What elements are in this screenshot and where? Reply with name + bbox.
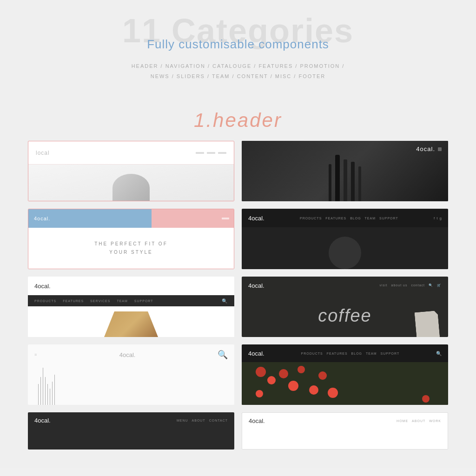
social-icon-3: g bbox=[440, 216, 442, 220]
produce-7 bbox=[318, 371, 327, 380]
card-5-wood-shape bbox=[103, 311, 159, 337]
card-10-nav1: HOME bbox=[397, 419, 408, 423]
produce-1 bbox=[256, 367, 266, 377]
nav5-services: SERVICES bbox=[90, 299, 110, 303]
nav6-cart: 🛒 bbox=[437, 284, 442, 287]
produce-field bbox=[242, 362, 448, 405]
card-7-search-icon[interactable]: 🔍 bbox=[218, 350, 228, 360]
card-8-search-icon[interactable]: 🔍 bbox=[436, 351, 442, 356]
produce-9 bbox=[328, 388, 338, 398]
nav6-item1: visit bbox=[380, 284, 388, 287]
header-card-6: 4ocal. visit about us contact 🔍 🛒 coffee bbox=[242, 277, 448, 337]
card-6-nav: visit about us contact 🔍 🛒 bbox=[380, 284, 442, 287]
card-5-content bbox=[28, 306, 234, 337]
nav5-team: TEAM bbox=[117, 299, 127, 303]
bottle-1 bbox=[329, 164, 331, 201]
card-6-paper bbox=[414, 311, 440, 337]
header-card-1: local bbox=[28, 141, 234, 201]
produce-5 bbox=[298, 366, 305, 373]
card-3-text: THE PERFECT FIT OFYOUR STYLE bbox=[94, 240, 168, 257]
card-2-logo: 4ocal. bbox=[416, 145, 435, 152]
stem-2 bbox=[40, 377, 41, 405]
nav-item-blog: BLOG bbox=[350, 217, 361, 220]
nav8-products: PRODUCTS bbox=[301, 352, 323, 355]
card-7-header: ≡ 4ocal. 🔍 bbox=[28, 344, 234, 365]
nav5-features: FEATURES bbox=[63, 299, 84, 303]
nav-dash-3 bbox=[218, 152, 226, 154]
card-9-header: 4ocal. MENU ABOUT CONTACT bbox=[28, 412, 234, 429]
card-8-content bbox=[242, 362, 448, 405]
card-4-logo: 4ocal. bbox=[248, 215, 264, 222]
card-10-header: 4ocal. HOME ABOUT WORK bbox=[242, 413, 448, 429]
social-icon-2: t bbox=[436, 216, 437, 220]
stem-7 bbox=[52, 382, 53, 405]
card-1-shape bbox=[112, 174, 150, 201]
card-7-plant bbox=[28, 368, 65, 405]
card-1-content bbox=[28, 165, 234, 201]
hero-categories: HEADER / NAVIGATION / CATALOUGE / FEATUR… bbox=[28, 61, 448, 81]
header-card-2: 4ocal. bbox=[242, 141, 448, 201]
produce-4 bbox=[288, 381, 298, 391]
bottle-4 bbox=[351, 162, 355, 201]
nav5-products: PRODUCTS bbox=[34, 299, 56, 303]
header-card-3: 4ocal. THE PERFECT FIT OFYOUR STYLE bbox=[28, 209, 234, 269]
card-1-nav bbox=[196, 152, 226, 154]
hero-section: 11 Categories Fully customisable compone… bbox=[28, 14, 448, 95]
card-6-logo: 4ocal. bbox=[248, 282, 264, 289]
card-7-content bbox=[28, 365, 234, 405]
stem-8 bbox=[54, 375, 55, 405]
nav6-item4: 🔍 bbox=[429, 284, 433, 287]
card-4-content bbox=[242, 227, 448, 269]
card-7-logo: 4ocal. bbox=[119, 351, 136, 358]
nav6-item2: about us bbox=[391, 284, 408, 287]
bottle-2 bbox=[335, 155, 340, 201]
header-card-7: ≡ 4ocal. 🔍 bbox=[28, 344, 234, 405]
card-1-logo: local bbox=[36, 150, 50, 156]
card-5-logo: 4ocal. bbox=[34, 283, 51, 290]
card-4-social: f t g bbox=[434, 216, 442, 220]
card-7-menu-icon: ≡ bbox=[34, 352, 37, 357]
card-2-bottles bbox=[329, 155, 361, 201]
card-10-logo: 4ocal. bbox=[249, 417, 265, 424]
card-4-header: 4ocal. PRODUCTS FEATURES BLOG TEAM SUPPO… bbox=[242, 209, 448, 227]
bottle-3 bbox=[344, 159, 347, 201]
produce-3 bbox=[279, 369, 288, 378]
card-9-nav: MENU ABOUT CONTACT bbox=[177, 419, 228, 422]
card-3-header-right bbox=[152, 209, 234, 228]
card-10-nav3: WORK bbox=[429, 419, 441, 423]
header-card-10: 4ocal. HOME ABOUT WORK bbox=[242, 412, 448, 450]
preview-grid-bottom: 4ocal. MENU ABOUT CONTACT 4ocal. HOME AB… bbox=[28, 412, 448, 450]
stem-1 bbox=[38, 384, 39, 405]
card-3-content: THE PERFECT FIT OFYOUR STYLE bbox=[28, 228, 234, 269]
section-title: 1.header bbox=[28, 109, 448, 132]
card-6-content: coffee bbox=[242, 294, 448, 337]
card-1-header: local bbox=[28, 141, 234, 165]
card-2-top-right: 4ocal. bbox=[416, 145, 442, 152]
section-heading: 1.header bbox=[28, 109, 448, 132]
stem-6 bbox=[50, 389, 50, 405]
card-9-nav3: CONTACT bbox=[209, 419, 228, 422]
nav8-team: TEAM bbox=[366, 352, 377, 355]
nav5-search[interactable]: 🔍 bbox=[222, 298, 228, 304]
card-10-nav: HOME ABOUT WORK bbox=[397, 419, 441, 423]
nav-item-team: TEAM bbox=[365, 217, 376, 220]
nav-item-products: PRODUCTS bbox=[300, 217, 322, 220]
card-6-header: 4ocal. visit about us contact 🔍 🛒 bbox=[242, 277, 448, 294]
hero-subtitle: Fully customisable components bbox=[28, 37, 448, 52]
header-card-4: 4ocal. PRODUCTS FEATURES BLOG TEAM SUPPO… bbox=[242, 209, 448, 269]
nav-dash-1 bbox=[196, 152, 204, 154]
preview-grid: local 4ocal. bbox=[28, 141, 448, 405]
nav8-features: FEATURES bbox=[327, 352, 348, 355]
card-10-nav2: ABOUT bbox=[412, 419, 425, 423]
card-8-header: 4ocal. PRODUCTS FEATURES BLOG TEAM SUPPO… bbox=[242, 344, 448, 362]
card-9-nav2: ABOUT bbox=[192, 419, 205, 422]
social-icon-1: f bbox=[434, 216, 435, 220]
nav5-support: SUPPORT bbox=[134, 299, 153, 303]
card-5-header: 4ocal. bbox=[28, 277, 234, 295]
nav8-blog: BLOG bbox=[351, 352, 362, 355]
card-4-nav: PRODUCTS FEATURES BLOG TEAM SUPPORT bbox=[300, 217, 398, 220]
nav-item-features: FEATURES bbox=[325, 217, 346, 220]
card-2-icon bbox=[438, 147, 442, 151]
header-card-9: 4ocal. MENU ABOUT CONTACT bbox=[28, 412, 234, 450]
header-card-8: 4ocal. PRODUCTS FEATURES BLOG TEAM SUPPO… bbox=[242, 344, 448, 405]
